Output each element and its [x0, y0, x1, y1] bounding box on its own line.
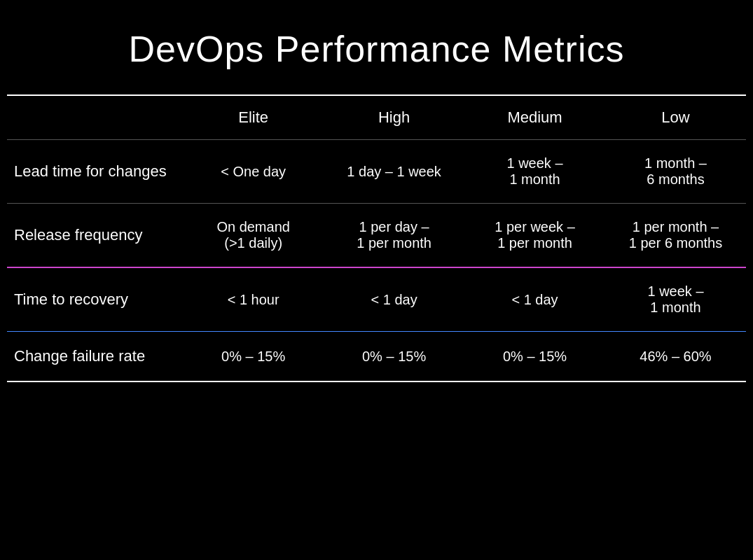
medium-value: 0% – 15%	[464, 332, 605, 382]
metric-label: Release frequency	[7, 204, 183, 268]
elite-value: < 1 hour	[183, 267, 324, 332]
low-value: 1 per month – 1 per 6 months	[605, 204, 746, 268]
high-value: 1 day – 1 week	[324, 140, 464, 204]
medium-value: 1 per week – 1 per month	[464, 204, 605, 268]
elite-value: 0% – 15%	[183, 332, 324, 382]
header-elite: Elite	[183, 96, 324, 140]
header-medium: Medium	[464, 96, 605, 140]
low-value: 1 month – 6 months	[605, 140, 746, 204]
elite-value: < One day	[183, 140, 324, 204]
low-value: 46% – 60%	[605, 332, 746, 382]
page-title: DevOps Performance Metrics	[0, 0, 753, 94]
header-low: Low	[605, 96, 746, 140]
table-row: Lead time for changes< One day1 day – 1 …	[7, 140, 746, 204]
high-value: < 1 day	[324, 267, 464, 332]
metrics-table: Elite High Medium Low Lead time for chan…	[7, 96, 746, 381]
metrics-table-wrapper: Elite High Medium Low Lead time for chan…	[7, 94, 746, 382]
metric-label: Time to recovery	[7, 267, 183, 332]
high-value: 1 per day – 1 per month	[324, 204, 464, 268]
low-value: 1 week – 1 month	[605, 267, 746, 332]
table-row: Release frequencyOn demand (>1 daily)1 p…	[7, 204, 746, 268]
metric-label: Lead time for changes	[7, 140, 183, 204]
table-row: Change failure rate0% – 15%0% – 15%0% – …	[7, 332, 746, 382]
medium-value: 1 week – 1 month	[464, 140, 605, 204]
table-row: Time to recovery< 1 hour< 1 day< 1 day1 …	[7, 267, 746, 332]
header-metric	[7, 96, 183, 140]
header-high: High	[324, 96, 464, 140]
metric-label: Change failure rate	[7, 332, 183, 382]
elite-value: On demand (>1 daily)	[183, 204, 324, 268]
medium-value: < 1 day	[464, 267, 605, 332]
high-value: 0% – 15%	[324, 332, 464, 382]
table-header-row: Elite High Medium Low	[7, 96, 746, 140]
